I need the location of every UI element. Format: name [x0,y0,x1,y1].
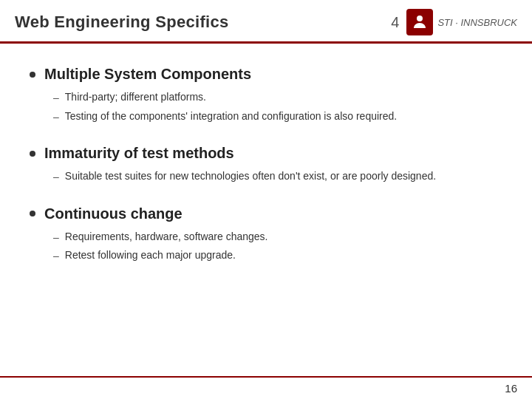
sub-dash: – [53,91,59,106]
sub-items-continuous-change: – Requirements, hardware, software chang… [30,230,502,264]
bullet-header-multiple-system: Multiple System Components [30,66,502,83]
sub-item: – Retest following each major upgrade. [53,248,502,264]
sti-logo-icon [406,9,433,35]
sub-item-text: Suitable test suites for new technologie… [65,169,436,184]
header-right: 4 STI · INNSBRUCK [391,9,517,35]
bullet-title-continuous-change: Continuous change [44,205,183,222]
sub-dash: – [53,110,59,125]
slide-header: Web Engineering Specifics 4 STI · INNSBR… [0,0,532,44]
person-icon [411,13,429,31]
bullet-dot-2 [30,151,35,157]
sub-item-text: Retest following each major upgrade. [65,248,236,263]
slide-content: Multiple System Components – Third-party… [0,44,532,299]
sub-item-text: Requirements, hardware, software changes… [65,230,268,245]
sub-item: – Requirements, hardware, software chang… [53,230,502,245]
bullet-section-immaturity: Immaturity of test methods – Suitable te… [30,145,502,185]
sub-item: – Suitable test suites for new technolog… [53,169,502,185]
sub-items-immaturity: – Suitable test suites for new technolog… [30,169,502,185]
slide-number: 4 [391,14,399,31]
svg-point-0 [417,16,423,21]
sub-item-text: Testing of the components' integration a… [65,109,397,124]
slide-title: Web Engineering Specifics [15,13,229,32]
slide: Web Engineering Specifics 4 STI · INNSBR… [0,0,532,399]
bullet-section-multiple-system: Multiple System Components – Third-party… [30,66,502,124]
slide-footer: 16 [0,376,532,399]
sub-item: – Third-party; different platforms. [53,90,502,106]
bullet-header-immaturity: Immaturity of test methods [30,145,502,162]
bullet-section-continuous-change: Continuous change – Requirements, hardwa… [30,205,502,264]
sub-item: – Testing of the components' integration… [53,109,502,125]
logo-text: STI · INNSBRUCK [437,17,517,28]
bullet-title-immaturity: Immaturity of test methods [44,145,234,162]
logo-container: STI · INNSBRUCK [406,9,517,35]
sub-items-multiple-system: – Third-party; different platforms. – Te… [30,90,502,124]
sub-dash: – [53,231,59,245]
bullet-header-continuous-change: Continuous change [30,205,502,222]
footer-page-number: 16 [505,382,517,395]
bullet-dot-1 [30,72,35,78]
bullet-title-multiple-system: Multiple System Components [44,66,251,83]
bullet-dot-3 [30,211,35,216]
sub-item-text: Third-party; different platforms. [65,90,206,105]
sub-dash: – [53,249,59,264]
sub-dash: – [53,170,59,185]
